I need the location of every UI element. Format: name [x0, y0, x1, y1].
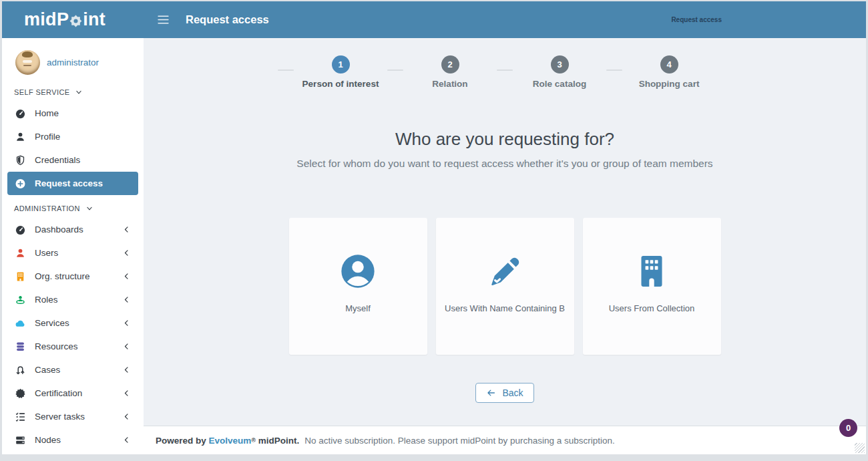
- sidebar-item[interactable]: Roles: [7, 288, 138, 311]
- content-area: 1 Person of interest 2 Relation 3 Role c…: [144, 38, 866, 426]
- building-large-icon: [634, 253, 670, 289]
- choice-tile[interactable]: Users With Name Containing B: [436, 218, 574, 355]
- back-button-label: Back: [502, 388, 523, 398]
- database-icon: [15, 341, 26, 352]
- step-number-badge: 2: [441, 55, 459, 73]
- main-column: 1 Person of interest 2 Relation 3 Role c…: [144, 38, 866, 454]
- step-label: Role catalog: [533, 79, 586, 89]
- header-icon[interactable]: [780, 14, 793, 25]
- sidebar-item[interactable]: Resources: [7, 335, 138, 358]
- choice-tile[interactable]: Users From Collection: [583, 218, 721, 355]
- cart-count-badge[interactable]: 0: [839, 419, 857, 437]
- footer: Powered by Evolveum® midPoint. No active…: [144, 426, 866, 454]
- user-circle-icon: [340, 253, 376, 289]
- logo-text-post: int: [83, 9, 105, 30]
- chevron-left-icon: [123, 249, 130, 257]
- sidebar-item[interactable]: Certification: [7, 381, 138, 405]
- plus-circle-icon: [15, 178, 26, 189]
- avatar: [15, 50, 40, 75]
- seal-icon: [15, 388, 26, 399]
- choice-tiles: Myself Users With Name Containing B User…: [289, 218, 721, 355]
- logo-area: midP int: [2, 9, 144, 30]
- sidebar-item[interactable]: Request access: [7, 172, 138, 195]
- building-icon: [15, 271, 26, 282]
- body-row: administrator SELF SERVICE Home Profile: [2, 38, 866, 454]
- chevron-left-icon: [123, 390, 130, 397]
- shield-icon: [15, 155, 26, 166]
- question-heading: Who are you requesting for?: [395, 129, 614, 150]
- chevron-left-icon: [123, 296, 130, 303]
- administration-menu: Dashboards Users Org. structure Roles: [2, 218, 144, 452]
- wizard-step[interactable]: 1 Person of interest: [295, 55, 386, 89]
- header-icon[interactable]: [837, 14, 850, 25]
- sidebar-item[interactable]: Nodes: [7, 428, 138, 452]
- wizard-step[interactable]: 3 Role catalog: [514, 55, 605, 89]
- choice-tile[interactable]: Myself: [289, 218, 427, 355]
- sidebar-item-label: Org. structure: [35, 271, 90, 281]
- sidebar-item[interactable]: Users: [7, 241, 138, 265]
- user-icon: [15, 132, 26, 142]
- gear-icon: [69, 15, 82, 27]
- chevron-down-icon: [75, 89, 82, 96]
- step-label: Relation: [432, 79, 467, 89]
- chevron-left-icon: [123, 436, 130, 444]
- sidebar-item-label: Profile: [35, 132, 60, 142]
- sidebar-item[interactable]: Credentials: [7, 148, 138, 172]
- wizard-step[interactable]: 2 Relation: [405, 55, 495, 89]
- header-icon[interactable]: [809, 14, 821, 25]
- step-number-badge: 1: [332, 55, 350, 73]
- question-subheading: Select for whom do you want to request a…: [296, 158, 712, 170]
- tile-label: Users With Name Containing B: [438, 303, 572, 313]
- sidebar-item-label: Services: [35, 318, 69, 328]
- sidebar: administrator SELF SERVICE Home Profile: [2, 38, 144, 454]
- subscription-note: No active subscription. Please support m…: [304, 436, 615, 446]
- chevron-down-icon: [86, 205, 93, 212]
- sidebar-item-label: Nodes: [35, 435, 61, 445]
- chevron-left-icon: [123, 273, 130, 280]
- sidebar-section-administration[interactable]: ADMINISTRATION: [2, 195, 144, 218]
- wizard-steps: 1 Person of interest 2 Relation 3 Role c…: [295, 55, 714, 89]
- breadcrumb[interactable]: Request access: [671, 16, 722, 23]
- app-window: midP int Request access Request access a…: [2, 1, 866, 454]
- tasks-icon: [15, 412, 26, 422]
- section-label: SELF SERVICE: [14, 88, 69, 96]
- sidebar-item-label: Request access: [35, 178, 103, 188]
- chevron-left-icon: [123, 343, 130, 350]
- sidebar-item[interactable]: Services: [7, 311, 138, 335]
- gauge-icon: [15, 224, 26, 235]
- server-icon: [15, 435, 26, 446]
- chevron-left-icon: [123, 413, 130, 420]
- menu-icon[interactable]: [157, 15, 170, 25]
- sidebar-item[interactable]: Profile: [7, 125, 138, 148]
- page-title: Request access: [186, 13, 269, 26]
- sidebar-item-label: Server tasks: [35, 412, 85, 422]
- sidebar-item[interactable]: Dashboards: [7, 218, 138, 241]
- header-icon[interactable]: [751, 14, 764, 25]
- resize-grip[interactable]: [855, 443, 865, 453]
- role-icon: [15, 295, 26, 305]
- step-label: Person of interest: [302, 79, 379, 89]
- arrow-left-icon: [486, 388, 496, 398]
- sidebar-item-label: Users: [35, 248, 58, 258]
- tile-label: Users From Collection: [602, 303, 702, 313]
- step-label: Shopping cart: [639, 79, 700, 89]
- step-number-badge: 3: [551, 55, 569, 73]
- sidebar-item[interactable]: Org. structure: [7, 265, 138, 288]
- sidebar-item[interactable]: Home: [7, 102, 138, 125]
- user-name: administrator: [47, 57, 99, 67]
- evolveum-link[interactable]: Evolveum: [209, 436, 252, 446]
- midpoint-logo[interactable]: midP int: [24, 9, 105, 30]
- user-panel[interactable]: administrator: [2, 43, 144, 79]
- cloud-icon: [15, 318, 26, 329]
- sidebar-item[interactable]: Cases: [7, 358, 138, 381]
- powered-by-label: Powered by: [156, 436, 206, 446]
- step-number-badge: 4: [660, 55, 678, 73]
- route-icon: [15, 365, 26, 375]
- wizard-step[interactable]: 4 Shopping cart: [624, 55, 714, 89]
- logo-text-pre: midP: [24, 9, 69, 30]
- back-button[interactable]: Back: [475, 383, 533, 403]
- sidebar-item[interactable]: Server tasks: [7, 405, 138, 428]
- sidebar-section-self-service[interactable]: SELF SERVICE: [2, 79, 144, 102]
- pen-icon: [487, 253, 523, 289]
- section-label: ADMINISTRATION: [14, 204, 80, 212]
